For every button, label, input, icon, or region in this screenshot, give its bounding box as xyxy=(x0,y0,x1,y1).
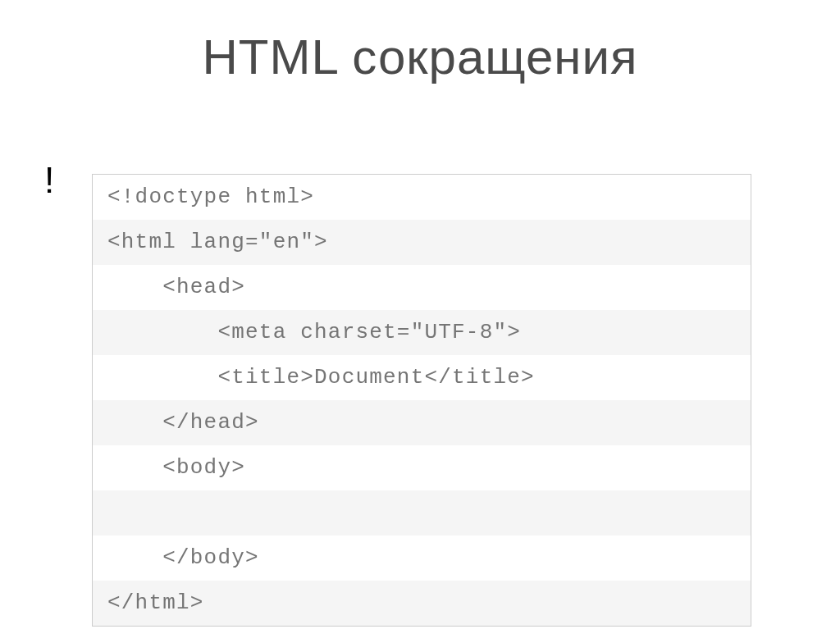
code-line: <body> xyxy=(93,445,751,490)
code-line: </html> xyxy=(93,581,751,626)
code-line: </head> xyxy=(93,400,751,445)
code-line: <html lang="en"> xyxy=(93,220,751,265)
code-line: <!doctype html> xyxy=(93,175,751,220)
code-line xyxy=(93,490,751,536)
code-line: <head> xyxy=(93,265,751,310)
code-snippet-panel: <!doctype html> <html lang="en"> <head> … xyxy=(92,174,751,627)
code-line: <meta charset="UTF-8"> xyxy=(93,310,751,355)
shortcut-trigger-label: ! xyxy=(44,160,54,201)
code-line: <title>Document</title> xyxy=(93,355,751,400)
code-line: </body> xyxy=(93,536,751,581)
slide-title: HTML сокращения xyxy=(0,0,840,85)
